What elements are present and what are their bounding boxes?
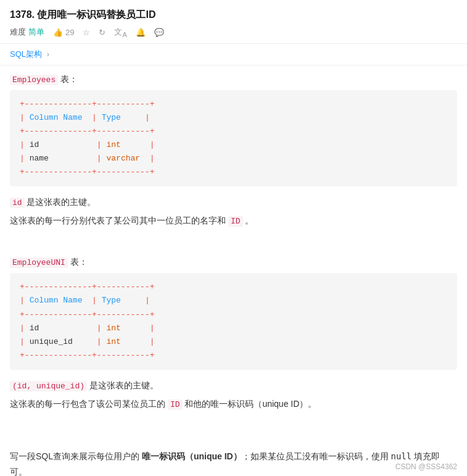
page-title: 1378. 使用唯一标识码替换员工ID xyxy=(10,9,457,22)
code-line: | id | int | xyxy=(20,138,447,152)
employeeuni-desc1: (id, unique_id) 是这张表的主键。 xyxy=(10,378,457,393)
null-code: null xyxy=(391,451,412,461)
code-line: +--------------+-----------+ xyxy=(20,308,447,322)
header: 1378. 使用唯一标识码替换员工ID 难度 简单 👍 29 ☆ ↻ 文A 🔔 … xyxy=(0,0,467,44)
like-count: 29 xyxy=(65,28,74,37)
like-item[interactable]: 👍 29 xyxy=(53,28,74,37)
employees-code-block: +--------------+-----------+ | Column Na… xyxy=(10,90,457,187)
employeeuni-label: EmployeeUNI 表： xyxy=(10,257,457,268)
breadcrumb-link[interactable]: SQL架构 xyxy=(10,49,42,59)
breadcrumb: SQL架构 › xyxy=(0,44,467,65)
employees-label-suffix: 表： xyxy=(60,74,78,84)
refresh-icon: ↻ xyxy=(99,28,105,37)
employees-desc1: id 是这张表的主键。 xyxy=(10,195,457,210)
id-code3: ID xyxy=(168,399,183,410)
footer-text: CSDN @SSS4362 xyxy=(395,462,457,471)
code-line: +--------------+-----------+ xyxy=(20,280,447,294)
code-line: | unique_id | int | xyxy=(20,335,447,349)
pk-code: (id, unique_id) xyxy=(10,381,87,391)
bell-item[interactable]: 🔔 xyxy=(136,28,146,37)
unique-id-bold: 唯一标识码（unique ID） xyxy=(142,451,242,461)
employeeuni-table-name: EmployeeUNI xyxy=(10,257,68,268)
translate-item[interactable]: 文A xyxy=(114,27,126,38)
employeeuni-label-suffix: 表： xyxy=(70,257,88,267)
comment-icon: 💬 xyxy=(154,28,164,37)
content-area: Employees 表： +--------------+-----------… xyxy=(0,65,467,476)
meta-row: 难度 简单 👍 29 ☆ ↻ 文A 🔔 💬 xyxy=(10,27,457,38)
query-line1: 写一段SQL查询来展示每位用户的 唯一标识码（unique ID）；如果某位员工… xyxy=(10,449,457,476)
difficulty-item: 难度 简单 xyxy=(10,27,44,38)
code-line: | name | varchar | xyxy=(20,152,447,165)
code-line: +--------------+-----------+ xyxy=(20,165,447,179)
employeeuni-desc2: 这张表的每一行包含了该公司某位员工的 ID 和他的唯一标识码（unique ID… xyxy=(10,397,457,412)
translate-icon: 文A xyxy=(114,27,126,38)
employeeuni-code-block: +--------------+-----------+ | Column Na… xyxy=(10,273,457,370)
footer: CSDN @SSS4362 xyxy=(395,462,457,471)
code-line: | Column Name | Type | xyxy=(20,294,447,307)
code-line: | Column Name | Type | xyxy=(20,111,447,125)
breadcrumb-sep: › xyxy=(47,49,49,59)
difficulty-label: 难度 xyxy=(10,27,26,38)
employees-label: Employees 表： xyxy=(10,74,457,85)
star-icon: ☆ xyxy=(83,28,90,37)
employees-desc2: 这张表的每一行分别代表了某公司其中一位员工的名字和 ID 。 xyxy=(10,214,457,228)
query-section: 写一段SQL查询来展示每位用户的 唯一标识码（unique ID）；如果某位员工… xyxy=(10,449,457,476)
code-line: +--------------+-----------+ xyxy=(20,349,447,362)
difficulty-value: 简单 xyxy=(28,27,44,38)
id-code: id xyxy=(10,198,25,208)
bell-icon: 🔔 xyxy=(136,28,146,37)
id-code2: ID xyxy=(228,216,243,227)
code-line: +--------------+-----------+ xyxy=(20,98,447,111)
employees-table-name: Employees xyxy=(10,75,58,85)
code-line: +--------------+-----------+ xyxy=(20,125,447,138)
code-line: | id | int | xyxy=(20,322,447,335)
thumb-icon: 👍 xyxy=(53,28,63,37)
star-item[interactable]: ☆ xyxy=(83,28,90,37)
refresh-item[interactable]: ↻ xyxy=(99,28,105,37)
comment-item[interactable]: 💬 xyxy=(154,28,164,37)
